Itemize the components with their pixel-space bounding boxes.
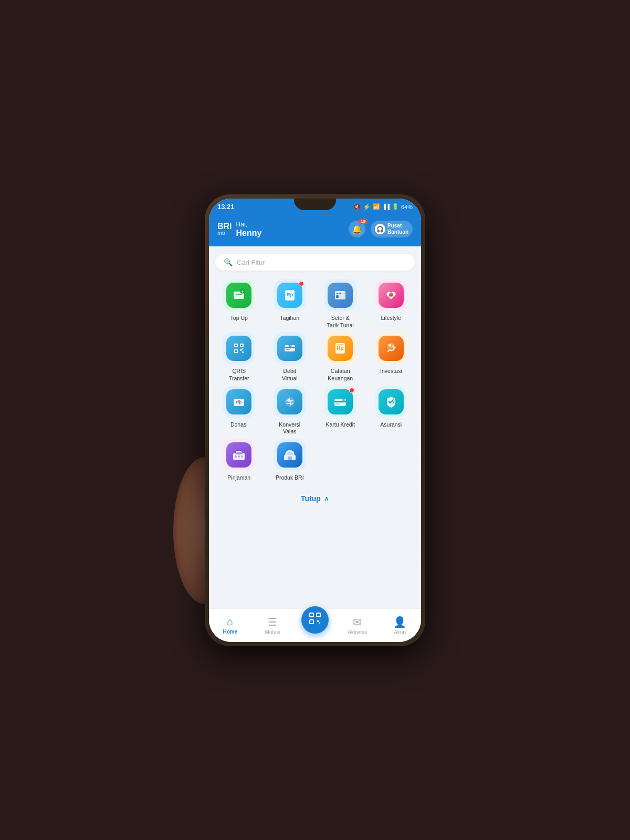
phone-notch <box>294 199 336 210</box>
svg-rect-52 <box>310 620 313 623</box>
asuransi-icon: Rp <box>379 389 404 414</box>
svg-rect-46 <box>288 457 292 460</box>
konversi-icon-wrap: Rp <box>274 386 306 418</box>
svg-text:ATM: ATM <box>337 291 344 294</box>
chevron-up-icon: ∧ <box>324 494 329 503</box>
kartu-label: Kartu Kredit <box>326 421 355 429</box>
top-up-icon-wrap: + <box>223 279 255 312</box>
help-label: PusatBantuan <box>387 223 408 235</box>
qris-fab-icon <box>308 611 322 628</box>
pinjaman-icon <box>226 442 251 468</box>
menu-item-kartu[interactable]: Kartu Kredit <box>317 386 364 435</box>
pinjaman-label: Pinjaman <box>227 474 250 482</box>
menu-item-pinjaman[interactable]: Pinjaman <box>215 439 263 482</box>
svg-point-31 <box>238 400 240 402</box>
nav-qris-fab[interactable] <box>294 617 337 634</box>
tagihan-icon-wrap: Rp <box>274 279 306 312</box>
wifi-icon: 📶 <box>373 203 380 210</box>
svg-point-43 <box>238 455 240 458</box>
svg-rect-41 <box>237 452 241 453</box>
svg-rect-15 <box>235 345 237 346</box>
bluetooth-icon: ⚡ <box>363 203 371 211</box>
lifestyle-icon-wrap: 👜 <box>375 279 407 312</box>
nav-akun[interactable]: 👤 Akun <box>379 616 421 635</box>
mute-icon: 🔇 <box>353 203 361 210</box>
lifestyle-label: Lifestyle <box>381 315 401 322</box>
top-up-icon: + <box>226 283 251 308</box>
menu-item-debit[interactable]: Rp DebitVirtual <box>266 332 314 382</box>
menu-item-top-up[interactable]: + Top Up <box>215 279 263 329</box>
svg-rect-53 <box>317 620 319 622</box>
svg-rect-19 <box>242 351 244 353</box>
tagihan-notification-dot <box>299 281 304 286</box>
menu-item-setor-tarik[interactable]: ATM Setor &Tarik Tunai <box>317 279 364 329</box>
nav-home[interactable]: ⌂ Home <box>209 616 251 635</box>
asuransi-label: Asuransi <box>380 421 402 429</box>
svg-rect-36 <box>335 403 340 405</box>
close-label: Tutup <box>301 494 321 503</box>
kartu-icon <box>328 389 353 414</box>
menu-item-asuransi[interactable]: Rp Asuransi <box>368 386 415 435</box>
aktivitas-icon: ✉ <box>353 616 362 628</box>
user-name: Henny <box>236 228 262 238</box>
main-content: 🔍 Cari Fitur <box>209 246 421 608</box>
top-up-label: Top Up <box>230 315 248 322</box>
svg-point-42 <box>235 455 237 458</box>
phone-screen: 13.21 🔇 ⚡ 📶 ▐▐ 🔋 64% BRI mo <box>209 199 421 642</box>
search-bar[interactable]: 🔍 Cari Fitur <box>215 254 415 271</box>
akun-icon: 👤 <box>393 616 406 628</box>
donasi-label: Donasi <box>230 421 248 429</box>
setor-icon: ATM <box>328 283 353 308</box>
mutasi-label: Mutasi <box>265 629 280 635</box>
produk-icon <box>277 442 302 468</box>
lifestyle-icon: 👜 <box>379 283 404 308</box>
status-time: 13.21 <box>217 203 235 211</box>
menu-item-catatan[interactable]: Rp CatatanKeuangan <box>317 332 364 382</box>
debit-icon: Rp <box>277 336 302 361</box>
produk-label: Produk BRI <box>276 474 304 482</box>
qris-fab-button[interactable] <box>301 606 329 634</box>
svg-rect-26 <box>337 344 343 345</box>
search-icon: 🔍 <box>224 258 233 266</box>
catatan-icon: Rp <box>328 336 353 361</box>
svg-text:+: + <box>242 289 244 294</box>
app-header: BRI mo Hai, Henny 🔔 19 🎧 Pusat <box>209 215 421 247</box>
kartu-icon-wrap <box>324 386 356 418</box>
menu-item-konversi[interactable]: Rp KonversiValas <box>266 386 314 435</box>
qris-icon-wrap <box>223 332 255 365</box>
menu-item-tagihan[interactable]: Rp Tagihan <box>266 279 314 329</box>
pinjaman-icon-wrap <box>223 439 255 471</box>
svg-rect-50 <box>310 614 313 616</box>
menu-item-investasi[interactable]: Rp Investasi <box>368 332 415 382</box>
app-sub: mo <box>217 231 225 236</box>
produk-icon-wrap <box>274 439 306 471</box>
donasi-icon-wrap: Rp <box>223 386 255 418</box>
asuransi-icon-wrap: Rp <box>375 386 407 418</box>
konversi-label: KonversiValas <box>279 421 300 435</box>
home-label: Home <box>223 629 238 635</box>
close-button[interactable]: Tutup ∧ <box>215 490 415 507</box>
setor-label: Setor &Tarik Tunai <box>327 315 354 329</box>
konversi-icon: Rp <box>277 389 302 414</box>
nav-mutasi[interactable]: ☰ Mutasi <box>251 616 294 635</box>
menu-item-produk[interactable]: Produk BRI <box>266 439 314 482</box>
signal-icon: ▐▐ <box>382 204 390 210</box>
qris-icon <box>226 336 251 361</box>
menu-item-donasi[interactable]: Rp Donasi <box>215 386 263 435</box>
headset-icon: 🎧 <box>375 224 385 234</box>
menu-item-qris[interactable]: QRISTransfer <box>215 332 263 382</box>
greeting-hai: Hai, <box>236 221 262 228</box>
menu-item-lifestyle[interactable]: 👜 Lifestyle <box>368 279 415 329</box>
search-placeholder: Cari Fitur <box>237 258 265 266</box>
bottom-nav: ⌂ Home ☰ Mutasi <box>209 608 421 642</box>
akun-label: Akun <box>394 629 406 635</box>
tagihan-icon: Rp <box>277 283 302 308</box>
nav-aktivitas[interactable]: ✉ Aktivitas <box>336 616 379 635</box>
help-button[interactable]: 🎧 PusatBantuan <box>371 221 413 237</box>
catatan-label: CatatanKeuangan <box>328 368 353 382</box>
svg-point-37 <box>342 399 345 402</box>
svg-rect-9 <box>336 295 339 298</box>
notification-button[interactable]: 🔔 19 <box>349 221 365 237</box>
svg-rect-16 <box>241 345 243 346</box>
status-icons: 🔇 ⚡ 📶 ▐▐ 🔋 64% <box>353 203 413 211</box>
